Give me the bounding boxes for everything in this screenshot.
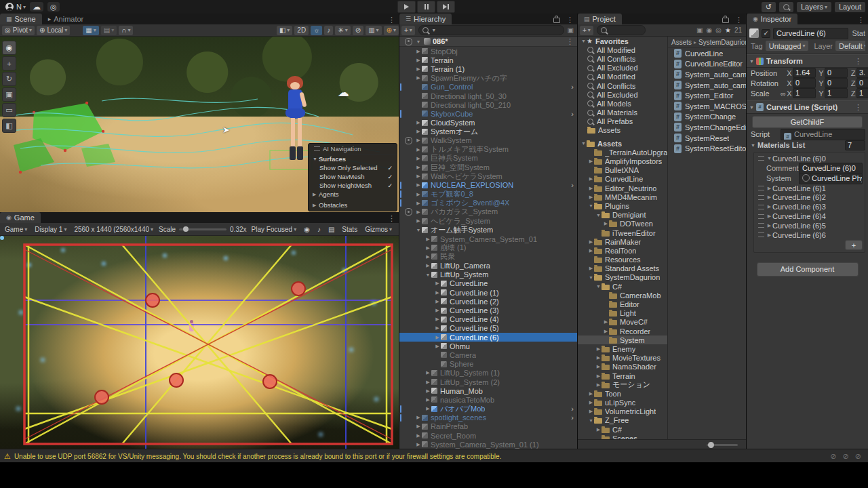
foldout-arrow[interactable]: ▶ — [766, 223, 772, 228]
foldout-arrow[interactable]: ▶ — [588, 400, 594, 405]
material-item-expanded[interactable]: ▼ CurvedLine (6)0 — [754, 154, 865, 163]
material-item[interactable]: ▶CurvedLine (6)6 — [754, 230, 865, 240]
hierarchy-item[interactable]: ▶System_Camera_System_01 — [399, 235, 577, 243]
hierarchy-item[interactable]: ▶CurvedLine — [399, 279, 577, 288]
foldout-arrow[interactable]: ▼ — [588, 203, 594, 208]
hierarchy-item[interactable]: ▶System_Camera_System_01 (1) — [399, 440, 577, 449]
account-initial[interactable]: N — [16, 3, 22, 11]
foldout-arrow[interactable]: ▶ — [415, 192, 422, 197]
surfaces-foldout[interactable]: ▼Surfaces — [309, 155, 397, 163]
undo-history-button[interactable]: ↺ — [762, 2, 776, 12]
foldout-arrow[interactable]: ▶ — [603, 329, 609, 334]
hierarchy-item[interactable]: Directional light_50_30 — [399, 92, 577, 100]
hierarchy-item[interactable]: ▶CurvedLine (3) — [399, 306, 577, 314]
pause-button[interactable] — [417, 1, 435, 13]
project-folder-item[interactable]: ▼Demigiant — [578, 211, 667, 220]
foldout-arrow[interactable]: ▶ — [425, 397, 431, 403]
project-folder-item[interactable]: ▶DOTween — [578, 220, 667, 228]
foldout-arrow[interactable]: ▶ — [425, 254, 431, 260]
project-search-input[interactable] — [597, 25, 646, 35]
foldout-arrow[interactable]: ▶ — [588, 159, 594, 164]
curvedline-script-header[interactable]: ▼ # Curved Line (Script) ⋮ — [747, 100, 868, 114]
draw-mode-dropdown[interactable]: ◧▾ — [277, 26, 292, 35]
foldout-arrow[interactable]: ▶ — [434, 335, 441, 340]
position-y-field[interactable]: 0 — [825, 68, 848, 78]
rotation-z-field[interactable]: 0 — [856, 78, 868, 88]
pivot-toggle[interactable]: ◎Pivot▾ — [2, 26, 35, 35]
project-folder-item[interactable]: ▶Toon — [578, 389, 667, 398]
project-folder-item[interactable]: System — [578, 336, 667, 344]
foldout-arrow[interactable]: ▶ — [434, 325, 441, 331]
foldout-arrow[interactable]: ▶ — [434, 299, 441, 304]
material-item[interactable]: ▶CurvedLine (6)2 — [754, 193, 865, 203]
asset-file-item[interactable]: #CurvedLineEditor — [668, 59, 746, 70]
hierarchy-item[interactable]: ▶バカガラス_System — [399, 207, 577, 216]
hierarchy-item[interactable]: ▶CurvedLine (2) — [399, 297, 577, 306]
tag-dropdown[interactable]: Untagged▾ — [766, 41, 809, 51]
foldout-arrow[interactable]: ▶ — [434, 308, 441, 313]
foldout-arrow[interactable]: ▶ — [415, 182, 422, 188]
scene-menu-icon[interactable]: ⋮ — [563, 37, 577, 46]
open-new-icon[interactable]: ▣ — [696, 26, 703, 34]
project-folder-item[interactable]: ▼Z_Free — [578, 416, 667, 425]
rotation-x-field[interactable]: 0 — [793, 78, 816, 88]
position-x-field[interactable]: 1.64 — [793, 68, 816, 78]
foldout-arrow[interactable]: ▶ — [595, 427, 601, 432]
hierarchy-item[interactable]: ▶StopObj — [399, 47, 577, 56]
lock-icon[interactable] — [722, 18, 729, 23]
foldout-arrow[interactable]: ▶ — [588, 248, 594, 253]
snap-settings-button[interactable]: ∩▾ — [119, 26, 133, 35]
asset-file-item[interactable]: #SystemChangeEditor — [668, 122, 746, 133]
foldout-arrow[interactable]: ▼ — [749, 105, 756, 110]
drag-handle-icon[interactable] — [758, 205, 764, 209]
hierarchy-item[interactable]: ▶Terrain (1) — [399, 64, 577, 73]
rotation-y-field[interactable]: 0 — [825, 78, 848, 88]
foldout-arrow[interactable]: ▶ — [588, 266, 594, 271]
hierarchy-item[interactable]: ▶Secret_Room — [399, 431, 577, 440]
foldout-arrow[interactable]: ▶ — [425, 237, 431, 242]
hierarchy-item[interactable]: ▶ヘビケラ_System — [399, 217, 577, 226]
foldout-arrow[interactable]: ▶ — [415, 138, 422, 143]
mute-audio-button[interactable]: ♪ — [315, 224, 323, 234]
foldout-arrow[interactable]: ▶ — [425, 388, 431, 394]
hierarchy-item[interactable]: ▼LiftUp_System — [399, 270, 577, 279]
show-heightmesh-toggle[interactable]: Show HeightMesh✓ — [309, 181, 397, 190]
hierarchy-item[interactable]: ▶巨神_空間System — [399, 163, 577, 171]
2d-toggle[interactable]: 2D — [294, 26, 309, 35]
foldout-arrow[interactable]: ▶ — [434, 317, 441, 322]
link-icon[interactable]: ∞ — [781, 89, 786, 98]
gizmos-dropdown[interactable]: ⊕▾ — [384, 26, 399, 35]
foldout-arrow[interactable]: ▶ — [415, 433, 422, 439]
rect-tool-button[interactable]: ▭ — [2, 103, 16, 117]
project-folder-item[interactable]: CameraMob — [578, 291, 667, 300]
panel-menu-icon[interactable]: ⋮ — [384, 214, 399, 223]
foldout-arrow[interactable]: ▶ — [415, 165, 422, 170]
asset-file-item[interactable]: #System_Editor — [668, 90, 746, 101]
drag-handle-icon[interactable] — [758, 223, 764, 228]
foldout-arrow[interactable]: ▶ — [415, 174, 422, 179]
project-folder-item[interactable]: ▶RealToon — [578, 246, 667, 255]
step-button[interactable] — [437, 1, 455, 13]
foldout-arrow[interactable]: ▶ — [588, 176, 594, 182]
hierarchy-search-input[interactable]: ▾ — [418, 25, 564, 35]
materials-list-header[interactable]: ▼ Materials List 7 — [747, 140, 868, 150]
foldout-arrow[interactable]: ▶ — [434, 281, 441, 286]
hierarchy-item[interactable]: ▼オーム触手System — [399, 226, 577, 235]
slider-knob[interactable] — [708, 442, 714, 448]
hierarchy-item[interactable]: ▶WalkヘビケラSystem — [399, 172, 577, 181]
layout-dropdown[interactable]: Layout — [835, 2, 865, 12]
tab-project[interactable]: ▤Project — [578, 14, 622, 24]
material-item[interactable]: ▶CurvedLine (6)1 — [754, 184, 865, 193]
status-bar[interactable]: ⚠ Unable to use UDP port 56862 for VS/Un… — [0, 449, 868, 463]
project-folder-item[interactable]: ▶Editor_Neutrino — [578, 184, 667, 192]
project-folder-item[interactable]: ▼SystemDagurion — [578, 273, 667, 282]
hierarchy-item[interactable]: ▶spotlight_scenes› — [399, 413, 577, 422]
foldout-arrow[interactable]: ▶ — [415, 147, 422, 152]
foldout-arrow[interactable]: ▶ — [588, 195, 594, 200]
script-object-field[interactable]: #CurvedLine — [781, 129, 865, 140]
project-folder-item[interactable]: ▶MoveC# — [578, 318, 667, 327]
hierarchy-item[interactable]: Directional light_50_210 — [399, 100, 577, 109]
project-folder-item[interactable]: Editor — [578, 300, 667, 308]
foldout-arrow[interactable]: ▶ — [595, 373, 601, 379]
project-folder-item[interactable]: ▶MMD4Mecanim — [578, 192, 667, 201]
